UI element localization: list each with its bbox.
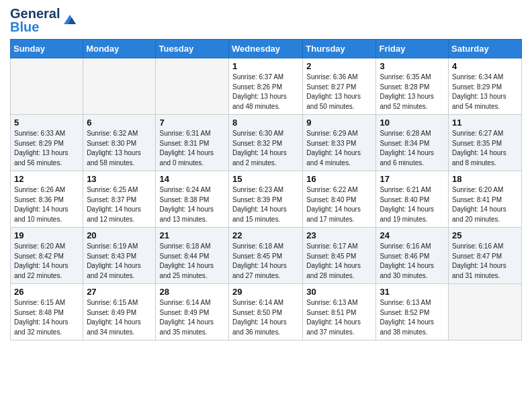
day-number: 9 xyxy=(306,118,372,128)
weekday-header-saturday: Saturday xyxy=(449,40,522,58)
calendar-cell: 6Sunrise: 6:32 AMSunset: 8:30 PMDaylight… xyxy=(83,115,156,171)
day-info: Sunrise: 6:20 AMSunset: 8:42 PMDaylight:… xyxy=(14,242,79,281)
calendar-week-3: 12Sunrise: 6:26 AMSunset: 8:36 PMDayligh… xyxy=(11,171,522,228)
day-number: 14 xyxy=(159,174,225,184)
day-number: 15 xyxy=(232,174,299,184)
day-number: 10 xyxy=(380,118,445,128)
day-number: 8 xyxy=(232,118,299,128)
day-number: 5 xyxy=(14,118,79,128)
header: General Blue xyxy=(10,7,522,34)
calendar-cell: 11Sunrise: 6:27 AMSunset: 8:35 PMDayligh… xyxy=(449,115,522,171)
weekday-header-wednesday: Wednesday xyxy=(229,40,303,58)
calendar-cell: 24Sunrise: 6:16 AMSunset: 8:46 PMDayligh… xyxy=(376,228,449,284)
weekday-header-sunday: Sunday xyxy=(11,40,83,58)
calendar-table: SundayMondayTuesdayWednesdayThursdayFrid… xyxy=(10,39,522,340)
weekday-header-tuesday: Tuesday xyxy=(156,40,229,58)
calendar-cell xyxy=(156,58,229,115)
day-info: Sunrise: 6:30 AMSunset: 8:32 PMDaylight:… xyxy=(232,129,299,168)
day-info: Sunrise: 6:22 AMSunset: 8:40 PMDaylight:… xyxy=(306,185,372,224)
day-info: Sunrise: 6:15 AMSunset: 8:48 PMDaylight:… xyxy=(14,298,79,337)
calendar-cell: 3Sunrise: 6:35 AMSunset: 8:28 PMDaylight… xyxy=(376,58,449,115)
day-info: Sunrise: 6:19 AMSunset: 8:43 PMDaylight:… xyxy=(87,242,152,281)
logo: General Blue xyxy=(10,7,77,34)
calendar-cell: 31Sunrise: 6:13 AMSunset: 8:52 PMDayligh… xyxy=(376,284,449,340)
day-number: 12 xyxy=(14,174,79,184)
calendar-cell: 1Sunrise: 6:37 AMSunset: 8:26 PMDaylight… xyxy=(229,58,303,115)
calendar-cell: 18Sunrise: 6:20 AMSunset: 8:41 PMDayligh… xyxy=(449,171,522,228)
day-info: Sunrise: 6:13 AMSunset: 8:52 PMDaylight:… xyxy=(380,298,445,337)
day-info: Sunrise: 6:20 AMSunset: 8:41 PMDaylight:… xyxy=(452,185,518,224)
day-number: 30 xyxy=(306,287,372,297)
calendar-cell xyxy=(11,58,83,115)
day-number: 29 xyxy=(232,287,299,297)
day-info: Sunrise: 6:33 AMSunset: 8:29 PMDaylight:… xyxy=(14,129,79,168)
day-number: 19 xyxy=(14,230,79,240)
day-number: 16 xyxy=(306,174,372,184)
calendar-cell xyxy=(449,284,522,340)
day-number: 26 xyxy=(14,287,79,297)
calendar-cell: 8Sunrise: 6:30 AMSunset: 8:32 PMDaylight… xyxy=(229,115,303,171)
day-info: Sunrise: 6:16 AMSunset: 8:47 PMDaylight:… xyxy=(452,242,518,281)
calendar-cell: 10Sunrise: 6:28 AMSunset: 8:34 PMDayligh… xyxy=(376,115,449,171)
calendar-cell: 14Sunrise: 6:24 AMSunset: 8:38 PMDayligh… xyxy=(156,171,229,228)
logo-icon xyxy=(62,12,77,27)
day-info: Sunrise: 6:14 AMSunset: 8:50 PMDaylight:… xyxy=(232,298,299,337)
day-info: Sunrise: 6:18 AMSunset: 8:45 PMDaylight:… xyxy=(232,242,299,281)
day-info: Sunrise: 6:26 AMSunset: 8:36 PMDaylight:… xyxy=(14,185,79,224)
calendar-week-1: 1Sunrise: 6:37 AMSunset: 8:26 PMDaylight… xyxy=(11,58,522,115)
calendar-cell: 7Sunrise: 6:31 AMSunset: 8:31 PMDaylight… xyxy=(156,115,229,171)
weekday-header-monday: Monday xyxy=(83,40,156,58)
day-info: Sunrise: 6:24 AMSunset: 8:38 PMDaylight:… xyxy=(159,185,225,224)
calendar-cell: 2Sunrise: 6:36 AMSunset: 8:27 PMDaylight… xyxy=(303,58,376,115)
day-number: 28 xyxy=(159,287,225,297)
day-number: 22 xyxy=(232,230,299,240)
calendar-cell: 20Sunrise: 6:19 AMSunset: 8:43 PMDayligh… xyxy=(83,228,156,284)
day-number: 23 xyxy=(306,230,372,240)
calendar-cell: 4Sunrise: 6:34 AMSunset: 8:29 PMDaylight… xyxy=(449,58,522,115)
weekday-header-thursday: Thursday xyxy=(303,40,376,58)
calendar-cell: 29Sunrise: 6:14 AMSunset: 8:50 PMDayligh… xyxy=(229,284,303,340)
day-info: Sunrise: 6:35 AMSunset: 8:28 PMDaylight:… xyxy=(380,73,445,111)
day-info: Sunrise: 6:27 AMSunset: 8:35 PMDaylight:… xyxy=(452,129,518,168)
calendar-week-4: 19Sunrise: 6:20 AMSunset: 8:42 PMDayligh… xyxy=(11,228,522,284)
day-number: 24 xyxy=(380,230,445,240)
calendar-cell: 28Sunrise: 6:14 AMSunset: 8:49 PMDayligh… xyxy=(156,284,229,340)
day-number: 7 xyxy=(159,118,225,128)
calendar-week-5: 26Sunrise: 6:15 AMSunset: 8:48 PMDayligh… xyxy=(11,284,522,340)
day-number: 11 xyxy=(452,118,518,128)
calendar-cell: 23Sunrise: 6:17 AMSunset: 8:45 PMDayligh… xyxy=(303,228,376,284)
calendar-cell xyxy=(83,58,156,115)
weekday-header-friday: Friday xyxy=(376,40,449,58)
day-info: Sunrise: 6:16 AMSunset: 8:46 PMDaylight:… xyxy=(380,242,445,281)
calendar-cell: 17Sunrise: 6:21 AMSunset: 8:40 PMDayligh… xyxy=(376,171,449,228)
calendar-cell: 21Sunrise: 6:18 AMSunset: 8:44 PMDayligh… xyxy=(156,228,229,284)
day-info: Sunrise: 6:28 AMSunset: 8:34 PMDaylight:… xyxy=(380,129,445,168)
day-number: 21 xyxy=(159,230,225,240)
day-number: 27 xyxy=(87,287,152,297)
day-number: 4 xyxy=(452,61,518,71)
day-number: 1 xyxy=(232,61,299,71)
day-info: Sunrise: 6:13 AMSunset: 8:51 PMDaylight:… xyxy=(306,298,372,337)
day-info: Sunrise: 6:21 AMSunset: 8:40 PMDaylight:… xyxy=(380,185,445,224)
calendar-cell: 15Sunrise: 6:23 AMSunset: 8:39 PMDayligh… xyxy=(229,171,303,228)
day-info: Sunrise: 6:15 AMSunset: 8:49 PMDaylight:… xyxy=(87,298,152,337)
calendar-cell: 30Sunrise: 6:13 AMSunset: 8:51 PMDayligh… xyxy=(303,284,376,340)
calendar-week-2: 5Sunrise: 6:33 AMSunset: 8:29 PMDaylight… xyxy=(11,115,522,171)
logo-blue: Blue xyxy=(10,20,60,34)
calendar-cell: 12Sunrise: 6:26 AMSunset: 8:36 PMDayligh… xyxy=(11,171,83,228)
calendar-cell: 5Sunrise: 6:33 AMSunset: 8:29 PMDaylight… xyxy=(11,115,83,171)
day-number: 31 xyxy=(380,287,445,297)
day-info: Sunrise: 6:17 AMSunset: 8:45 PMDaylight:… xyxy=(306,242,372,281)
day-info: Sunrise: 6:36 AMSunset: 8:27 PMDaylight:… xyxy=(306,73,372,111)
calendar-cell: 13Sunrise: 6:25 AMSunset: 8:37 PMDayligh… xyxy=(83,171,156,228)
day-info: Sunrise: 6:23 AMSunset: 8:39 PMDaylight:… xyxy=(232,185,299,224)
logo-general: General xyxy=(10,7,60,20)
day-info: Sunrise: 6:25 AMSunset: 8:37 PMDaylight:… xyxy=(87,185,152,224)
day-info: Sunrise: 6:34 AMSunset: 8:29 PMDaylight:… xyxy=(452,73,518,111)
calendar-cell: 16Sunrise: 6:22 AMSunset: 8:40 PMDayligh… xyxy=(303,171,376,228)
calendar-cell: 19Sunrise: 6:20 AMSunset: 8:42 PMDayligh… xyxy=(11,228,83,284)
day-number: 18 xyxy=(452,174,518,184)
day-number: 6 xyxy=(87,118,152,128)
day-number: 17 xyxy=(380,174,445,184)
day-number: 25 xyxy=(452,230,518,240)
